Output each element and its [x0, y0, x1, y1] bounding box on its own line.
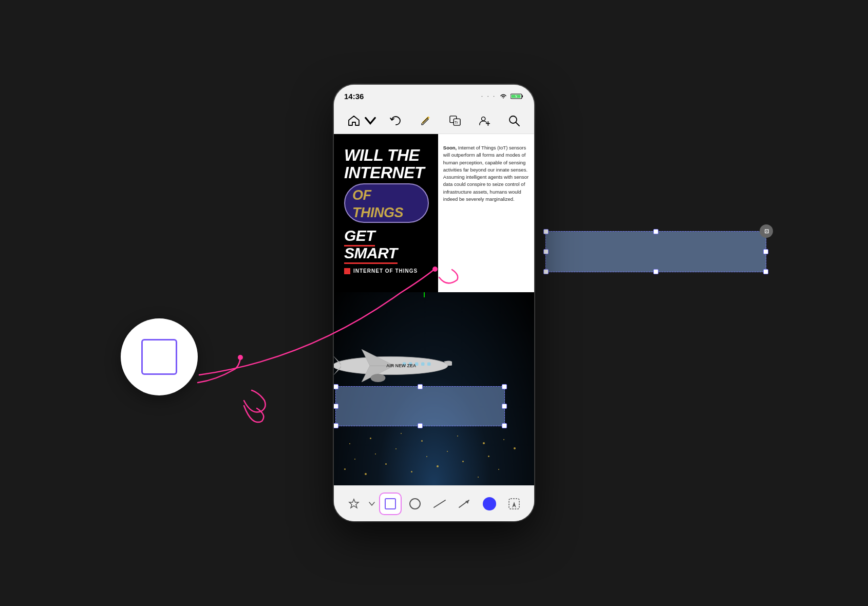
handle-mr: [763, 249, 768, 254]
circle-tool[interactable]: [404, 493, 426, 515]
search-button[interactable]: [504, 111, 524, 130]
plane-area: AIR NEW ZEA: [334, 292, 534, 485]
pencil-button[interactable]: [416, 111, 435, 130]
translate-button[interactable]: Tr: [445, 111, 465, 130]
svg-text:AIR NEW ZEA: AIR NEW ZEA: [386, 364, 417, 369]
rectangle-icon: [385, 498, 396, 509]
circle-icon: [409, 498, 421, 509]
dots-icon: · · ·: [481, 93, 496, 99]
svg-point-23: [238, 355, 243, 360]
svg-line-20: [434, 500, 445, 507]
wifi-icon: [499, 93, 507, 99]
dropdown-chevron[interactable]: [365, 111, 376, 130]
phone-frame: 14:36 · · ·: [334, 85, 534, 521]
headline-internet: INTERNET: [344, 164, 429, 182]
handle-bm[interactable]: [418, 423, 423, 428]
handle-tm: [653, 229, 658, 234]
undo-button[interactable]: [386, 111, 405, 130]
headline-will-the: WILL THE: [344, 147, 429, 164]
zoom-circle: [121, 318, 198, 395]
svg-point-7: [482, 117, 485, 120]
article-headline: WILL THE INTERNET OF THINGS GET SMART: [344, 147, 429, 262]
zoom-rect-icon: [141, 339, 177, 375]
status-time: 14:36: [344, 92, 364, 101]
home-button[interactable]: [344, 111, 364, 130]
fill-color-indicator: [483, 497, 496, 510]
handle-tm[interactable]: [418, 384, 423, 389]
svg-rect-17: [427, 363, 430, 366]
handle-br: [763, 269, 768, 274]
add-contact-button[interactable]: [475, 111, 494, 130]
arrow-tool[interactable]: [454, 493, 476, 515]
headline-iot-badge: OF THINGS: [344, 183, 429, 223]
handle-br[interactable]: [502, 423, 507, 428]
status-bar: 14:36 · · ·: [334, 85, 534, 107]
content-area: WILL THE INTERNET OF THINGS GET SMART IN…: [334, 134, 534, 485]
green-line-indicator: [424, 292, 425, 297]
shapes-button[interactable]: [343, 493, 365, 515]
category-label: INTERNET OF THINGS: [353, 268, 418, 274]
drawing-toolbar: [334, 485, 534, 521]
handle-bl[interactable]: [334, 423, 338, 428]
handle-bl: [543, 269, 549, 274]
handle-ml[interactable]: [334, 404, 338, 409]
rectangle-tool[interactable]: [379, 493, 402, 515]
overflow-icon: ⊡: [760, 224, 773, 238]
svg-rect-16: [421, 363, 424, 366]
overflow-selection-box: ⊡: [545, 231, 766, 272]
category-tag: INTERNET OF THINGS: [344, 268, 429, 274]
battery-icon: [511, 93, 524, 100]
status-icons: · · ·: [481, 93, 524, 100]
fill-color-button[interactable]: [478, 493, 501, 515]
handle-tl: [543, 229, 549, 234]
selection-box-bottom[interactable]: [335, 386, 505, 426]
handle-ml: [543, 249, 549, 254]
svg-text:Tr: Tr: [455, 120, 458, 125]
handle-bm: [653, 269, 658, 274]
select-tool[interactable]: [503, 493, 525, 515]
line-tool[interactable]: [428, 493, 451, 515]
handle-tr[interactable]: [502, 384, 507, 389]
handle-tl[interactable]: [334, 384, 338, 389]
toolbar: Tr: [334, 107, 534, 134]
svg-point-18: [371, 374, 386, 382]
airplane-image: AIR NEW ZEA: [334, 339, 452, 392]
handle-mr[interactable]: [502, 404, 507, 409]
shapes-chevron[interactable]: [367, 493, 377, 515]
svg-rect-1: [522, 95, 523, 97]
headline-iot-text: OF THINGS: [352, 187, 403, 220]
article-body: Soon, Internet of Things (IoT) sensors w…: [443, 144, 529, 203]
svg-line-11: [516, 122, 519, 126]
headline-get-smart: GET SMART: [344, 227, 398, 264]
tag-square-icon: [344, 268, 350, 274]
